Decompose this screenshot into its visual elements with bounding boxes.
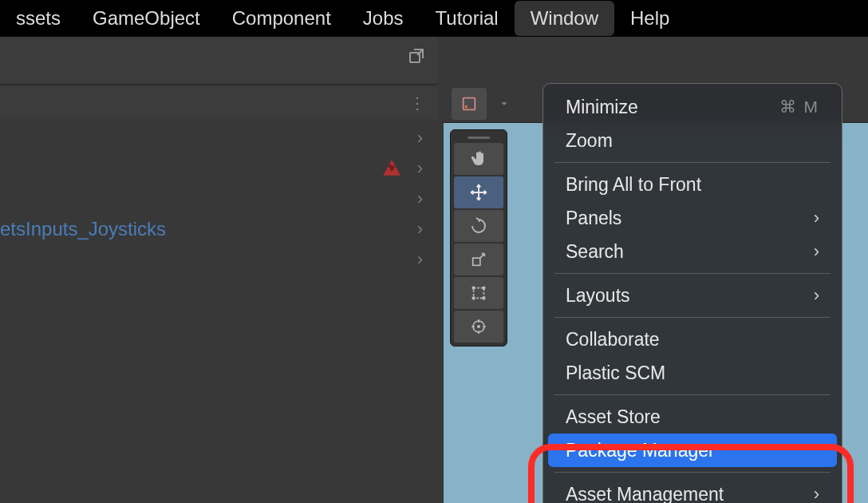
menu-assets[interactable]: ssets: [0, 1, 77, 36]
menu-minimize[interactable]: Minimize ⌘ M: [548, 90, 837, 124]
svg-rect-4: [474, 288, 484, 299]
main-area: ⋮ › › ›: [0, 37, 868, 503]
menu-component[interactable]: Component: [216, 1, 347, 36]
item-label: etsInputs_Joysticks: [0, 218, 166, 240]
warning-icon: [381, 158, 402, 179]
menu-label: Asset Management: [566, 484, 724, 504]
menubar: ssets GameObject Component Jobs Tutorial…: [0, 0, 868, 37]
svg-point-10: [477, 325, 480, 328]
svg-point-7: [472, 297, 475, 299]
menu-jobs[interactable]: Jobs: [347, 1, 420, 36]
svg-rect-1: [464, 97, 475, 109]
menu-label: Bring All to Front: [566, 174, 701, 196]
separator: [554, 472, 831, 473]
menu-label: Collaborate: [566, 329, 660, 351]
window-menu-dropdown: Minimize ⌘ M Zoom Bring All to Front Pan…: [542, 83, 842, 503]
svg-rect-3: [473, 258, 480, 265]
menu-asset-management[interactable]: Asset Management ›: [548, 477, 837, 503]
list-item[interactable]: ›: [0, 123, 437, 153]
rect-tool[interactable]: [454, 277, 503, 309]
chevron-right-icon: ›: [814, 285, 819, 306]
menu-tutorial[interactable]: Tutorial: [420, 1, 515, 36]
hierarchy-list: › › › etsInputs_Joysticks › ›: [0, 123, 437, 275]
grip-handle[interactable]: [454, 133, 503, 141]
separator: [554, 162, 831, 163]
kebab-icon[interactable]: ⋮: [409, 93, 426, 113]
menu-plastic-scm[interactable]: Plastic SCM: [548, 356, 837, 390]
menu-window[interactable]: Window: [515, 1, 614, 36]
menu-label: Panels: [566, 208, 621, 229]
menu-panels[interactable]: Panels ›: [548, 201, 837, 235]
transform-tool[interactable]: [454, 311, 503, 343]
menu-label: Package Manager: [566, 440, 715, 461]
tool-palette: [450, 129, 507, 347]
chevron-right-icon: ›: [417, 188, 423, 209]
chevron-right-icon: ›: [417, 128, 423, 149]
hierarchy-tabbar: [0, 37, 437, 85]
list-item[interactable]: ›: [0, 244, 437, 275]
menu-gameobject[interactable]: GameObject: [77, 1, 216, 36]
hand-tool[interactable]: [454, 143, 503, 175]
menu-label: Zoom: [566, 130, 613, 152]
menu-layouts[interactable]: Layouts ›: [548, 279, 837, 312]
menu-asset-store[interactable]: Asset Store: [548, 400, 837, 434]
list-item[interactable]: ›: [0, 184, 437, 214]
menu-collaborate[interactable]: Collaborate: [548, 323, 837, 356]
menu-search[interactable]: Search ›: [548, 235, 837, 268]
chevron-right-icon: ›: [814, 484, 819, 503]
scale-tool[interactable]: [454, 244, 503, 275]
menu-bring-all-to-front[interactable]: Bring All to Front: [548, 168, 837, 201]
chevron-right-icon: ›: [814, 241, 819, 262]
list-item[interactable]: ›: [0, 153, 437, 184]
menu-label: Layouts: [566, 285, 630, 307]
chevron-right-icon: ›: [417, 158, 423, 179]
chevron-right-icon: ›: [417, 249, 423, 270]
pivot-dropdown[interactable]: [491, 88, 517, 120]
chevron-right-icon: ›: [814, 208, 819, 228]
separator: [554, 273, 831, 274]
menu-label: Search: [566, 241, 624, 263]
menu-label: Minimize: [566, 97, 638, 118]
svg-point-5: [472, 287, 475, 289]
svg-point-6: [483, 287, 485, 289]
menu-label: Asset Store: [566, 406, 661, 428]
svg-point-8: [483, 297, 485, 299]
pivot-button[interactable]: [452, 88, 487, 120]
hierarchy-header: ⋮: [0, 87, 437, 119]
list-item[interactable]: etsInputs_Joysticks ›: [0, 214, 437, 244]
menu-package-manager[interactable]: Package Manager: [548, 434, 837, 467]
menu-label: Plastic SCM: [566, 362, 665, 384]
move-tool[interactable]: [454, 176, 503, 208]
menu-zoom[interactable]: Zoom: [548, 124, 837, 157]
separator: [554, 317, 831, 318]
rotate-tool[interactable]: [454, 210, 503, 242]
separator: [554, 394, 831, 395]
menu-help[interactable]: Help: [614, 1, 685, 36]
popout-icon[interactable]: [400, 40, 432, 72]
svg-point-2: [465, 105, 468, 108]
chevron-right-icon: ›: [417, 219, 423, 240]
shortcut-label: ⌘ M: [779, 97, 819, 117]
